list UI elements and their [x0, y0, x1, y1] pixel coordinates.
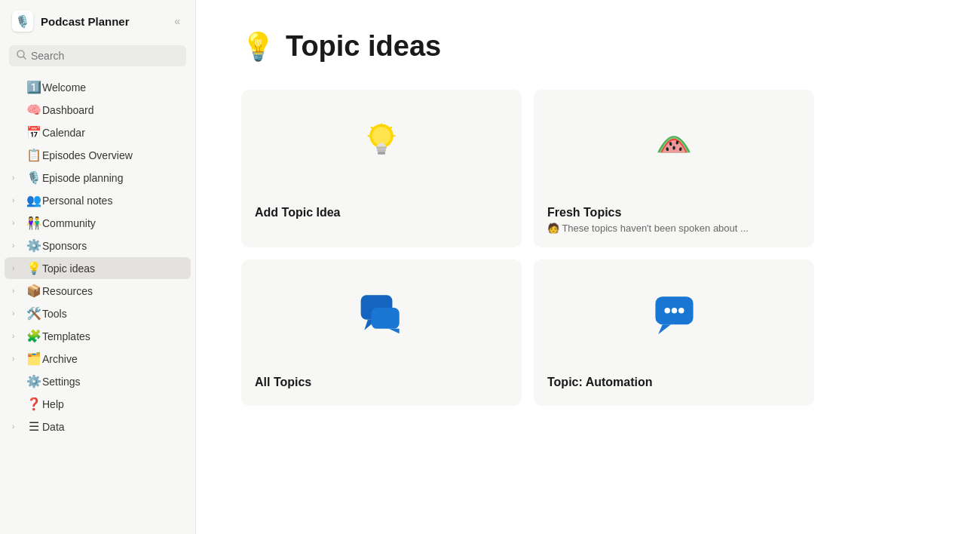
nav-item-label: Templates — [42, 330, 182, 342]
search-bar[interactable] — [9, 45, 186, 66]
sidebar-header: 🎙️ Podcast Planner « — [0, 0, 195, 42]
card-icon-area — [534, 90, 814, 195]
card-title: Topic: Automation — [547, 376, 801, 389]
chevron-icon: › — [12, 354, 26, 363]
app-icon-emoji: 🎙️ — [15, 14, 30, 29]
nav-item-icon: ⚙️ — [26, 374, 42, 388]
svg-point-25 — [678, 308, 684, 313]
sidebar-item-sponsors[interactable]: ›⚙️Sponsors — [5, 235, 191, 256]
main-content: 💡 Topic ideas Add Topic Idea Fresh Topic… — [196, 0, 980, 534]
sidebar-item-resources[interactable]: ›📦Resources — [5, 280, 191, 302]
sidebar-item-archive[interactable]: ›🗂️Archive — [5, 348, 191, 370]
nav-item-icon: ⚙️ — [26, 238, 42, 253]
svg-point-3 — [372, 127, 391, 146]
card-title: Add Topic Idea — [255, 206, 508, 219]
chevron-icon: › — [12, 309, 26, 318]
nav-item-icon: 📦 — [26, 284, 42, 298]
card-icon-area — [534, 259, 814, 365]
nav-item-icon: 👫 — [26, 216, 42, 230]
nav-item-icon: 1️⃣ — [26, 80, 42, 94]
collapse-sidebar-button[interactable]: « — [171, 12, 183, 30]
svg-marker-20 — [388, 328, 399, 333]
svg-point-14 — [672, 146, 675, 149]
nav-item-label: Archive — [42, 353, 182, 365]
sidebar-item-community[interactable]: ›👫Community — [5, 212, 191, 234]
chevron-icon: › — [12, 264, 26, 272]
nav-item-label: Help — [42, 398, 182, 410]
svg-line-1 — [23, 57, 26, 59]
chevron-icon: › — [12, 219, 26, 227]
nav-item-label: Welcome — [42, 81, 182, 94]
card-body: Fresh Topics🧑 These topics haven't been … — [534, 195, 814, 247]
nav-item-label: Episode planning — [42, 172, 182, 184]
card-title: Fresh Topics — [547, 206, 801, 219]
nav-item-label: Dashboard — [42, 104, 182, 116]
svg-rect-5 — [377, 149, 386, 152]
nav-item-label: Resources — [42, 285, 182, 297]
card-fresh-topics[interactable]: Fresh Topics🧑 These topics haven't been … — [534, 90, 814, 247]
app-title: Podcast Planner — [41, 15, 130, 28]
svg-rect-19 — [371, 308, 399, 329]
svg-point-23 — [664, 308, 669, 313]
card-icon-area — [241, 90, 522, 195]
chevron-icon: › — [12, 332, 26, 340]
nav-item-icon: 🛠️ — [26, 306, 42, 321]
sidebar-item-data[interactable]: ›☰Data — [5, 416, 191, 437]
nav-item-icon: 🎙️ — [26, 170, 42, 185]
nav-item-label: Calendar — [42, 127, 182, 139]
sidebar-item-dashboard[interactable]: 🧠Dashboard — [5, 99, 191, 121]
nav-item-icon: 📅 — [26, 125, 42, 140]
svg-point-24 — [671, 308, 676, 313]
chevron-icon: › — [12, 287, 26, 295]
sidebar-item-episode-planning[interactable]: ›🎙️Episode planning — [5, 167, 191, 189]
page-header: 💡 Topic ideas — [241, 30, 935, 63]
chevron-icon: › — [12, 241, 26, 250]
nav-item-icon: ☰ — [26, 419, 42, 434]
cards-grid: Add Topic Idea Fresh Topics🧑 These topic… — [241, 90, 814, 406]
sidebar-item-tools[interactable]: ›🛠️Tools — [5, 302, 191, 324]
nav-item-label: Settings — [42, 376, 182, 388]
search-icon — [17, 50, 26, 62]
chevron-icon: › — [12, 422, 26, 431]
card-topic-automation[interactable]: Topic: Automation — [534, 259, 814, 406]
nav-item-icon: 📋 — [26, 148, 42, 162]
nav-item-label: Personal notes — [42, 195, 182, 207]
sidebar-item-welcome[interactable]: 1️⃣Welcome — [5, 76, 191, 98]
nav-item-icon: 🧠 — [26, 103, 42, 117]
chevron-icon: › — [12, 196, 26, 204]
nav-item-label: Sponsors — [42, 240, 182, 252]
sidebar-item-settings[interactable]: ⚙️Settings — [5, 370, 191, 392]
nav-item-label: Episodes Overview — [42, 149, 182, 161]
search-input[interactable] — [31, 50, 179, 62]
page-title: Topic ideas — [286, 30, 441, 63]
sidebar-item-help[interactable]: ❓Help — [5, 393, 191, 415]
nav-item-icon: 💡 — [26, 261, 42, 275]
sidebar-nav: 1️⃣Welcome🧠Dashboard📅Calendar📋Episodes O… — [0, 72, 195, 534]
card-body: All Topics — [241, 365, 522, 406]
card-body: Topic: Automation — [534, 365, 814, 406]
nav-item-label: Tools — [42, 308, 182, 320]
nav-item-icon: 🗂️ — [26, 351, 42, 366]
sidebar-item-episodes-overview[interactable]: 📋Episodes Overview — [5, 144, 191, 166]
svg-rect-4 — [376, 146, 387, 149]
nav-item-icon: 🧩 — [26, 329, 42, 343]
nav-item-label: Community — [42, 217, 182, 229]
page-header-icon: 💡 — [241, 31, 275, 63]
sidebar-item-topic-ideas[interactable]: ›💡Topic ideas — [5, 257, 191, 279]
card-body: Add Topic Idea — [241, 195, 522, 236]
card-all-topics[interactable]: All Topics — [241, 259, 522, 406]
card-add-topic-idea[interactable]: Add Topic Idea — [241, 90, 522, 247]
card-icon-area — [241, 259, 522, 365]
chevron-icon: › — [12, 173, 26, 182]
nav-item-icon: ❓ — [26, 397, 42, 411]
sidebar: 🎙️ Podcast Planner « 1️⃣Welcome🧠Dashboar… — [0, 0, 196, 534]
sidebar-item-templates[interactable]: ›🧩Templates — [5, 325, 191, 347]
sidebar-item-personal-notes[interactable]: ›👥Personal notes — [5, 189, 191, 211]
sidebar-item-calendar[interactable]: 📅Calendar — [5, 121, 191, 143]
nav-item-label: Topic ideas — [42, 262, 182, 275]
svg-marker-22 — [658, 324, 671, 334]
nav-item-icon: 👥 — [26, 193, 42, 207]
card-desc: 🧑 These topics haven't been spoken about… — [547, 222, 801, 234]
app-icon: 🎙️ — [12, 11, 33, 32]
card-title: All Topics — [255, 376, 508, 389]
